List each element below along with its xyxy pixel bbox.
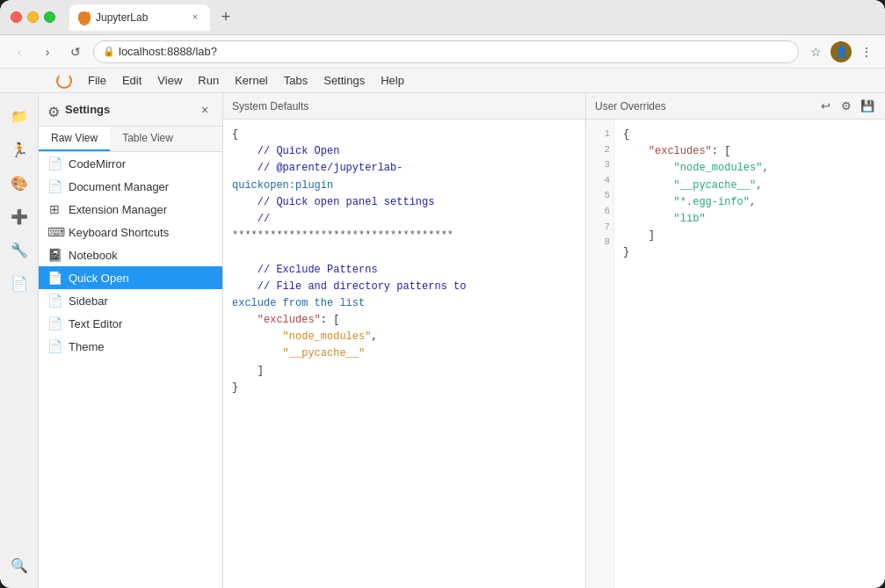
keyboard-shortcuts-icon: ⌨ [47,225,62,239]
jupyter-logo [53,69,76,92]
quick-open-icon: 📄 [47,271,62,285]
bookmark-icon[interactable]: ☆ [806,42,825,62]
document-manager-label: Document Manager [69,180,169,193]
menu-help[interactable]: Help [374,72,411,89]
tab-bar: JupyterLab × + [69,4,874,31]
u-code-line-5: "*.egg-info", [623,194,876,211]
menu-kernel[interactable]: Kernel [228,72,275,89]
tab-close-button[interactable]: × [189,11,201,24]
keyboard-shortcuts-label: Keyboard Shortcuts [69,226,169,239]
system-defaults-panel: System Defaults { // Quick Open // @pare… [223,93,586,588]
settings-nav-theme[interactable]: 📄 Theme [39,335,222,358]
view-tabs: Raw View Table View [39,127,222,152]
sidebar-btn-folder[interactable]: 📁 [4,100,35,132]
line-num-2: 2 [590,142,610,158]
tab-raw-view[interactable]: Raw View [39,127,110,151]
tab-favicon [78,11,91,24]
sidebar-btn-propertyinspector[interactable]: 🔧 [4,234,35,265]
notebook-icon: 📓 [47,248,62,262]
code-line-1: { [232,127,577,143]
icon-sidebar-bottom: 🔍 [4,549,35,588]
codemirror-icon: 📄 [47,156,62,171]
text-editor-label: Text Editor [69,317,122,330]
menu-settings[interactable]: Settings [316,72,372,89]
u-code-line-7: ] [623,228,876,244]
new-tab-button[interactable]: + [214,5,238,30]
settings-nav-codemirror[interactable]: 📄 CodeMirror [39,152,222,175]
user-overrides-panel: User Overrides ↩ ⚙ 💾 1 2 3 4 5 6 [586,93,885,588]
notebook-label: Notebook [69,249,118,262]
code-line-13: "node_modules", [232,329,577,345]
jupyter-logo-icon [56,73,72,89]
lock-icon: 🔒 [103,46,115,57]
code-line-7: *********************************** [232,228,577,244]
u-code-line-8: } [623,244,876,261]
settings-header-gear-icon: ⚙ [47,104,60,116]
icon-sidebar: 📁 🏃 🎨 ➕ 🔧 📄 🔍 [0,93,39,588]
tab-title: JupyterLab [96,11,148,24]
close-window-button[interactable] [11,11,22,23]
menu-view[interactable]: View [150,72,189,89]
menu-tabs[interactable]: Tabs [277,72,315,89]
line-num-4: 4 [590,173,610,189]
address-bar: ‹ › ↺ 🔒 localhost:8888/lab? ☆ 👤 ⋮ [0,35,885,69]
browser-tab-jupyterlab[interactable]: JupyterLab × [69,4,210,31]
settings-nav-sidebar[interactable]: 📄 Sidebar [39,289,222,312]
main-content: 📁 🏃 🎨 ➕ 🔧 📄 🔍 ⚙ Settings × Raw View Tabl… [0,93,885,588]
refresh-button[interactable]: ↺ [65,41,86,62]
line-num-3: 3 [590,157,610,173]
user-overrides-code-area[interactable]: 1 2 3 4 5 6 7 8 { "excludes": [ "node_mo… [586,120,885,588]
sidebar-btn-search[interactable]: 🔍 [4,549,35,581]
line-num-1: 1 [590,127,610,142]
u-code-line-4: "__pycache__", [623,178,876,194]
code-line-6: // [232,211,577,228]
settings-nav-quick-open[interactable]: 📄 Quick Open [39,266,222,289]
menu-run[interactable]: Run [191,72,226,89]
user-overrides-code: { "excludes": [ "node_modules", "__pycac… [614,120,885,588]
settings-nav-document-manager[interactable]: 📄 Document Manager [39,175,222,198]
sidebar-btn-run[interactable]: 🏃 [4,134,35,165]
settings-nav-extension-manager[interactable]: ⊞ Extension Manager [39,198,222,221]
quick-open-label: Quick Open [69,272,129,285]
user-overrides-title: User Overrides [595,100,666,113]
sidebar-label: Sidebar [69,294,108,308]
code-line-3: // @parente/jupyterlab- [232,160,577,177]
user-avatar[interactable]: 👤 [831,41,852,62]
settings-nav-keyboard-shortcuts[interactable]: ⌨ Keyboard Shortcuts [39,221,222,243]
menu-file[interactable]: File [81,72,113,89]
back-button[interactable]: ‹ [9,41,30,62]
theme-label: Theme [69,340,104,353]
undo-button[interactable]: ↩ [816,98,834,115]
line-num-6: 6 [590,204,610,220]
tab-table-view[interactable]: Table View [110,127,185,151]
minimize-window-button[interactable] [27,11,39,23]
code-line-4: quickopen:plugin [232,178,577,194]
u-code-line-3: "node_modules", [623,160,876,177]
system-defaults-title: System Defaults [232,100,308,113]
text-editor-icon: 📄 [47,316,62,330]
system-defaults-code[interactable]: { // Quick Open // @parente/jupyterlab- … [223,120,585,588]
settings-gear-button[interactable]: ⚙ [838,98,855,115]
system-defaults-header: System Defaults [223,93,585,120]
url-bar[interactable]: 🔒 localhost:8888/lab? [93,40,799,63]
extension-manager-icon: ⊞ [47,202,62,216]
menu-edit[interactable]: Edit [115,72,149,89]
maximize-window-button[interactable] [44,11,55,23]
code-line-2: // Quick Open [232,143,577,160]
settings-panel-close-button[interactable]: × [196,101,214,119]
settings-nav-notebook[interactable]: 📓 Notebook [39,243,222,266]
settings-nav-text-editor[interactable]: 📄 Text Editor [39,312,222,335]
u-code-line-6: "lib" [623,211,876,228]
sidebar-btn-extension[interactable]: ➕ [4,200,35,232]
line-num-8: 8 [590,235,610,250]
user-overrides-header: User Overrides ↩ ⚙ 💾 [586,93,885,120]
url-text: localhost:8888/lab? [119,45,217,58]
sidebar-btn-pages[interactable]: 📄 [4,267,35,299]
traffic-lights [11,11,55,23]
browser-window: JupyterLab × + ‹ › ↺ 🔒 localhost:8888/la… [0,0,885,588]
sidebar-btn-commands[interactable]: 🎨 [4,167,35,199]
browser-menu-icon[interactable]: ⋮ [857,42,876,62]
forward-button[interactable]: › [37,41,58,62]
save-button[interactable]: 💾 [859,98,876,115]
code-line-16: } [232,380,577,396]
